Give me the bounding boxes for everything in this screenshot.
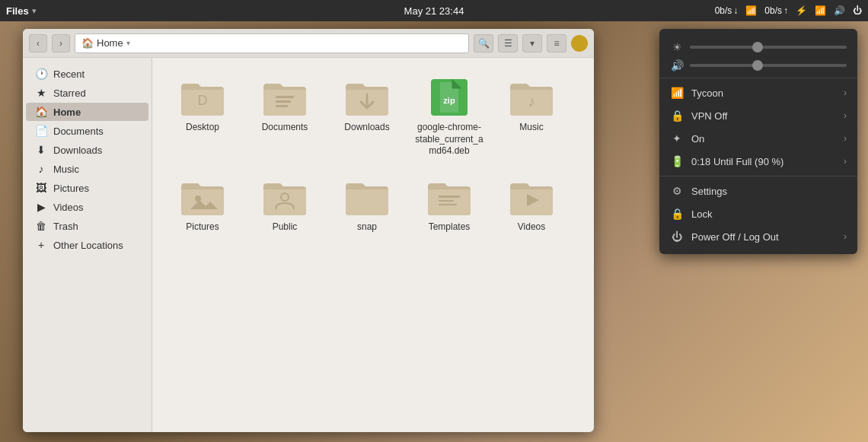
volume-thumb[interactable] <box>752 60 763 71</box>
sys-menu-item-poweroff[interactable]: ⏻ Power Off / Log Out › <box>659 225 857 248</box>
file-item-music[interactable]: ♪ Music <box>493 70 570 164</box>
templates-label: Templates <box>429 221 471 234</box>
sys-menu-item-battery[interactable]: 🔋 0:18 Until Full (90 %) › <box>659 150 857 173</box>
sidebar-item-videos[interactable]: ▶ Videos <box>26 198 148 216</box>
bluetooth-menu-arrow: › <box>844 133 847 144</box>
breadcrumb[interactable]: 🏠 Home ▾ <box>75 33 469 53</box>
topbar-app-name[interactable]: Files <box>6 5 29 17</box>
sys-menu-item-lock[interactable]: 🔒 Lock <box>659 202 857 225</box>
breadcrumb-label: Home <box>97 37 123 49</box>
file-item-desktop[interactable]: D Desktop <box>164 70 241 164</box>
snap-label: snap <box>357 221 377 234</box>
file-item-documents[interactable]: Documents <box>247 70 323 164</box>
system-menu-icon[interactable]: ⏻ <box>853 5 862 16</box>
pictures-icon: 🖼 <box>35 182 47 194</box>
wifi-menu-label: Tycoon <box>691 87 723 99</box>
chrome-deb-label: google-chrome-stable_current_amd64.deb <box>414 122 484 157</box>
sidebar-label-recent: Recent <box>53 68 85 80</box>
fm-toolbar-right: 🔍 ☰ ▾ ≡ <box>474 34 588 52</box>
volume-track[interactable] <box>690 64 847 67</box>
net-down-arrow: ↓ <box>733 5 738 16</box>
vpn-menu-icon: 🔒 <box>670 110 684 122</box>
breadcrumb-home-icon: 🏠 <box>81 37 94 49</box>
bluetooth-menu-label: On <box>691 133 704 145</box>
sys-menu-item-bluetooth[interactable]: ✦ On › <box>659 127 857 150</box>
menu-button[interactable]: ≡ <box>547 34 566 52</box>
sidebar-item-pictures[interactable]: 🖼 Pictures <box>26 179 148 197</box>
videos-label: Videos <box>518 221 545 234</box>
lock-menu-label: Lock <box>691 208 712 220</box>
battery-menu-label: 0:18 Until Full (90 %) <box>691 156 783 167</box>
sidebar-item-home[interactable]: 🏠 Home <box>26 103 148 121</box>
window-control[interactable] <box>571 35 588 52</box>
fm-sidebar: 🕐 Recent ★ Starred 🏠 Home 📄 Documents ⬇ … <box>23 58 152 432</box>
desktop-label: Desktop <box>186 122 219 134</box>
net-up-arrow: ↑ <box>783 5 788 16</box>
view-sort-button[interactable]: ☰ <box>498 34 518 52</box>
sidebar-item-trash[interactable]: 🗑 Trash <box>26 217 148 235</box>
topbar-menu-arrow[interactable]: ▾ <box>32 6 37 16</box>
desktop-folder-icon: D <box>178 76 227 119</box>
sidebar-item-music[interactable]: ♪ Music <box>26 160 148 178</box>
file-item-public[interactable]: Public <box>247 170 323 240</box>
svg-text:♪: ♪ <box>528 93 535 110</box>
topbar-datetime: May 21 23:44 <box>404 5 464 17</box>
sidebar-item-starred[interactable]: ★ Starred <box>26 84 148 102</box>
other-icon: + <box>35 239 47 251</box>
file-item-downloads[interactable]: Downloads <box>329 70 405 164</box>
music-icon: ♪ <box>35 163 47 175</box>
topbar: Files ▾ May 21 23:44 0b/s ↓ 📶 0b/s ↑ ⚡ 📶… <box>0 0 868 21</box>
sidebar-label-home: Home <box>53 107 81 118</box>
search-button[interactable]: 🔍 <box>474 34 493 52</box>
music-label: Music <box>519 122 543 134</box>
poweroff-menu-icon: ⏻ <box>670 231 684 243</box>
file-item-snap[interactable]: snap <box>329 170 405 240</box>
vpn-menu-arrow: › <box>844 110 847 121</box>
sidebar-item-recent[interactable]: 🕐 Recent <box>26 65 148 83</box>
net-down-value: 0b/s <box>715 5 732 16</box>
net-up-value: 0b/s <box>764 5 782 16</box>
svg-text:zip: zip <box>443 96 455 105</box>
brightness-track[interactable] <box>690 46 847 49</box>
file-item-videos[interactable]: Videos <box>493 170 570 240</box>
system-menu: ☀ 🔊 📶 Tycoon › 🔒 VPN Off › ✦ On › 🔋 0:18… <box>659 29 857 254</box>
vpn-menu-label: VPN Off <box>691 110 727 122</box>
svg-rect-1 <box>276 96 294 98</box>
brightness-thumb[interactable] <box>752 42 763 52</box>
file-item-pictures[interactable]: Pictures <box>164 170 241 240</box>
sys-menu-item-vpn[interactable]: 🔒 VPN Off › <box>659 104 857 127</box>
sidebar-item-downloads[interactable]: ⬇ Downloads <box>26 141 148 159</box>
downloads-folder-icon <box>343 76 391 119</box>
forward-button[interactable]: › <box>52 34 70 52</box>
sidebar-label-other: Other Locations <box>53 240 123 251</box>
trash-icon: 🗑 <box>35 220 47 232</box>
sidebar-item-documents[interactable]: 📄 Documents <box>26 122 148 140</box>
svg-rect-3 <box>276 105 288 107</box>
music-folder-icon: ♪ <box>507 76 556 119</box>
sidebar-label-downloads: Downloads <box>53 145 102 156</box>
snap-folder-icon <box>343 176 391 218</box>
sidebar-label-pictures: Pictures <box>53 183 89 194</box>
svg-rect-10 <box>439 200 454 202</box>
file-item-templates[interactable]: Templates <box>411 170 487 240</box>
file-item-chrome-deb[interactable]: zip google-chrome-stable_current_amd64.d… <box>411 70 487 164</box>
settings-menu-label: Settings <box>691 186 727 197</box>
topbar-left: Files ▾ <box>6 5 37 17</box>
breadcrumb-arrow[interactable]: ▾ <box>126 39 130 47</box>
sys-menu-item-settings[interactable]: ⚙ Settings <box>659 180 857 202</box>
sys-menu-item-wifi[interactable]: 📶 Tycoon › <box>659 81 857 104</box>
wifi-icon[interactable]: 📶 <box>815 5 826 16</box>
volume-icon[interactable]: 🔊 <box>834 5 845 16</box>
sidebar-item-other[interactable]: + Other Locations <box>26 236 148 254</box>
sidebar-label-trash: Trash <box>53 221 78 232</box>
back-button[interactable]: ‹ <box>29 34 47 52</box>
brightness-slider-row: ☀ <box>670 41 847 53</box>
file-manager-window: ‹ › 🏠 Home ▾ 🔍 ☰ ▾ ≡ 🕐 Recent ★ Starred <box>23 29 594 432</box>
fm-grid: D Desktop Documents <box>152 58 594 432</box>
downloads-icon: ⬇ <box>35 144 47 156</box>
signal-icon: 📶 <box>745 5 757 16</box>
pictures-label: Pictures <box>186 221 219 234</box>
sys-menu-divider-1 <box>659 176 857 176</box>
pictures-folder-icon <box>178 176 227 218</box>
view-toggle-button[interactable]: ▾ <box>522 34 542 52</box>
